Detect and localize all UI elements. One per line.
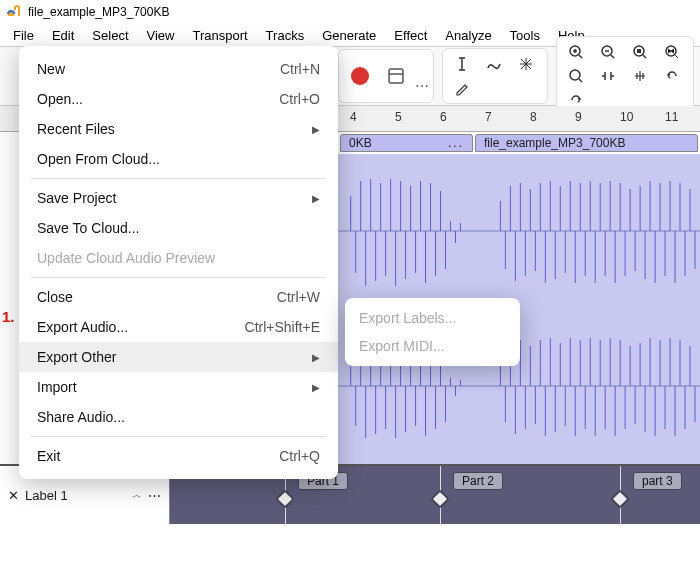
clip-label-text: 0KB	[349, 136, 372, 150]
record-button[interactable]	[343, 54, 377, 98]
menu-tracks[interactable]: Tracks	[257, 26, 314, 45]
ruler-tick: 7	[485, 110, 492, 124]
more-icon[interactable]: ⋯	[148, 488, 161, 503]
loop-icon	[386, 66, 406, 86]
menu-item-new[interactable]: NewCtrl+N	[19, 54, 338, 84]
menu-file[interactable]: File	[4, 26, 43, 45]
svg-rect-0	[389, 69, 403, 83]
ruler-tick: 5	[395, 110, 402, 124]
loop-button[interactable]	[379, 54, 413, 98]
multi-icon	[518, 56, 534, 72]
menu-item-export-midi[interactable]: Export MIDI...	[345, 332, 520, 360]
menu-edit[interactable]: Edit	[43, 26, 83, 45]
menu-tools[interactable]: Tools	[501, 26, 549, 45]
undo-icon	[664, 68, 680, 84]
undo-button[interactable]	[657, 65, 687, 87]
pencil-icon	[454, 80, 470, 96]
menu-view[interactable]: View	[138, 26, 184, 45]
app-icon	[6, 4, 22, 20]
edit-tools	[442, 48, 548, 104]
draw-tool-button[interactable]	[447, 77, 477, 99]
menu-item-open-from-cloud[interactable]: Open From Cloud...	[19, 144, 338, 174]
more-transport-button[interactable]: ⋯	[415, 54, 429, 98]
silence-icon	[632, 68, 648, 84]
record-icon	[351, 67, 369, 85]
silence-button[interactable]	[625, 65, 655, 87]
window-title: file_example_MP3_700KB	[28, 5, 169, 19]
fit-project-button[interactable]	[657, 41, 687, 63]
zoom-toggle-button[interactable]	[561, 65, 591, 87]
close-icon[interactable]: ✕	[8, 488, 19, 503]
transport-controls: ⋯	[338, 49, 434, 103]
file-menu-dropdown: NewCtrl+N Open...Ctrl+O Recent Files▶ Op…	[19, 46, 338, 479]
zoom-out-icon	[600, 44, 616, 60]
svg-point-6	[570, 70, 580, 80]
menu-item-import[interactable]: Import▶	[19, 372, 338, 402]
label-pin-icon[interactable]	[610, 489, 630, 509]
fit-sel-icon	[632, 44, 648, 60]
label-pin-icon[interactable]	[430, 489, 450, 509]
ibeam-icon	[454, 56, 470, 72]
title-bar: file_example_MP3_700KB	[0, 0, 700, 24]
menu-analyze[interactable]: Analyze	[436, 26, 500, 45]
menu-item-recent-files[interactable]: Recent Files▶	[19, 114, 338, 144]
clip-header-left[interactable]: 0KB ...	[340, 134, 473, 152]
menu-item-save-project[interactable]: Save Project▶	[19, 183, 338, 213]
multi-tool-button[interactable]	[511, 53, 541, 75]
zoom-out-button[interactable]	[593, 41, 623, 63]
fit-selection-button[interactable]	[625, 41, 655, 63]
menu-item-save-to-cloud[interactable]: Save To Cloud...	[19, 213, 338, 243]
fit-proj-icon	[664, 44, 680, 60]
svg-rect-4	[637, 49, 641, 53]
zoom-in-icon	[568, 44, 584, 60]
menu-item-export-other[interactable]: Export Other▶	[19, 342, 338, 372]
export-other-submenu: Export Labels... Export MIDI...	[345, 298, 520, 366]
label-track-name: Label 1	[25, 488, 68, 503]
ruler-tick: 4	[350, 110, 357, 124]
clip-header-right[interactable]: file_example_MP3_700KB	[475, 134, 698, 152]
menu-item-exit[interactable]: ExitCtrl+Q	[19, 441, 338, 471]
zoom-toggle-icon	[568, 68, 584, 84]
menu-item-open[interactable]: Open...Ctrl+O	[19, 84, 338, 114]
zoom-in-button[interactable]	[561, 41, 591, 63]
menu-item-close[interactable]: CloseCtrl+W	[19, 282, 338, 312]
ruler-tick: 11	[665, 110, 678, 124]
menu-item-share-audio[interactable]: Share Audio...	[19, 402, 338, 432]
label-tag[interactable]: part 3	[633, 472, 682, 490]
ruler-tick: 6	[440, 110, 447, 124]
clip-label-text: file_example_MP3_700KB	[484, 136, 625, 150]
zoom-tools	[556, 36, 694, 116]
menu-effect[interactable]: Effect	[385, 26, 436, 45]
menu-item-export-audio[interactable]: Export Audio...Ctrl+Shift+E	[19, 312, 338, 342]
trim-icon	[600, 68, 616, 84]
envelope-icon	[486, 56, 502, 72]
label-pin-icon[interactable]	[275, 489, 295, 509]
label-tag[interactable]: Part 2	[453, 472, 503, 490]
menu-transport[interactable]: Transport	[183, 26, 256, 45]
trim-button[interactable]	[593, 65, 623, 87]
menu-select[interactable]: Select	[83, 26, 137, 45]
menu-item-export-labels[interactable]: Export Labels...	[345, 304, 520, 332]
menu-item-update-cloud-preview: Update Cloud Audio Preview	[19, 243, 338, 273]
ruler-tick: 9	[575, 110, 582, 124]
envelope-tool-button[interactable]	[479, 53, 509, 75]
ruler-tick: 8	[530, 110, 537, 124]
menu-generate[interactable]: Generate	[313, 26, 385, 45]
clip-menu-icon[interactable]: ...	[448, 136, 464, 150]
selection-tool-button[interactable]	[447, 53, 477, 75]
chevron-up-icon[interactable]: ︿	[132, 488, 142, 502]
annotation-label-1: 1.	[2, 308, 15, 325]
ruler-tick: 10	[620, 110, 633, 124]
